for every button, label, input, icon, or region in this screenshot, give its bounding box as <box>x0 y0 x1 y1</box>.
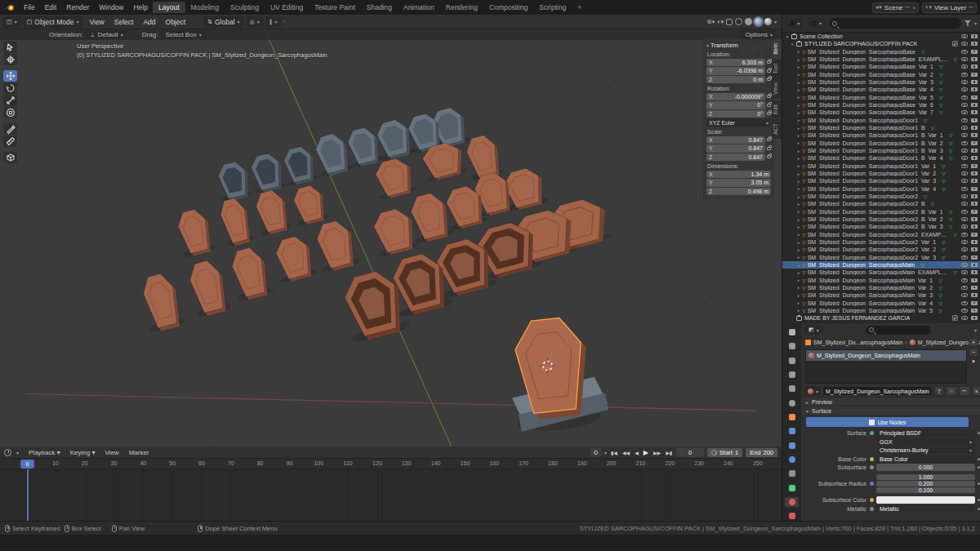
properties-tab-material[interactable] <box>785 497 799 507</box>
outliner-object-row[interactable]: ▸▽SM_Stylized_Dungeon_SarcophagusDoor1_V… <box>782 170 980 177</box>
hide-eye-icon[interactable] <box>961 133 968 137</box>
outliner-object-row[interactable]: ▸▽SM_Stylized_Dungeon_SarcophagusDoor2_V… <box>782 254 980 261</box>
outliner-object-row[interactable]: ▸▽SM_Stylized_Dungeon_SarcophagusDoor1_B… <box>782 154 980 162</box>
material-name-field[interactable]: M_Stylized_Dungeon_SarcophagusMain <box>822 386 933 396</box>
properties-tab-object[interactable] <box>785 412 799 422</box>
outliner-collection-pack[interactable]: ▾STYLIZED SARCOPHAGUS/COFFIN PACK✓ <box>782 40 980 47</box>
orientation-dropdown[interactable]: ⊥ Default ▾ <box>86 30 127 39</box>
radius-y-slider[interactable]: 0.200 <box>876 481 975 487</box>
hide-eye-icon[interactable] <box>961 316 968 320</box>
disable-render-icon[interactable] <box>971 133 978 137</box>
hide-eye-icon[interactable] <box>961 286 968 290</box>
shading-rendered-icon[interactable] <box>764 18 772 25</box>
workspace-tab-texture-paint[interactable]: Texture Paint <box>309 2 361 13</box>
move-tool[interactable] <box>3 70 17 82</box>
hide-eye-icon[interactable] <box>961 278 968 282</box>
hide-eye-icon[interactable] <box>961 34 968 38</box>
outliner-object-row[interactable]: ▸▽SM_Stylized_Dungeon_SarcophagusMain_Va… <box>782 284 980 291</box>
outliner-object-row[interactable]: ▸▽SM_Stylized_Dungeon_SarcophagusDoor2_E… <box>782 231 980 238</box>
outliner-object-row[interactable]: ▸▽SM_Stylized_Dungeon_SarcophagusBase_Va… <box>782 71 980 78</box>
outliner-object-row[interactable]: ▸▽SM_Stylized_Dungeon_SarcophagusMain_Va… <box>782 307 980 314</box>
collection-checkbox[interactable]: ✓ <box>952 315 958 321</box>
hide-eye-icon[interactable] <box>961 171 968 176</box>
scene-object-gbox[interactable] <box>343 125 384 169</box>
disable-render-icon[interactable] <box>971 64 978 69</box>
sidebar-tab-edit[interactable]: Edit <box>772 100 782 118</box>
cursor-tool[interactable] <box>3 54 17 65</box>
xray-toggle-icon[interactable] <box>726 19 733 25</box>
workspace-tab-scripting[interactable]: Scripting <box>533 2 572 13</box>
shading-solid-icon[interactable] <box>745 18 752 25</box>
outliner-object-row[interactable]: ▸▽SM_Stylized_Dungeon_SarcophagusDoor2_B… <box>782 200 980 207</box>
outliner-object-row[interactable]: ▸▽SM_Stylized_Dungeon_SarcophagusMain_Va… <box>782 277 980 284</box>
outliner-object-row[interactable]: ▸▽SM_Stylized_Dungeon_SarcophagusMain_Va… <box>782 299 980 306</box>
sidebar-tab-view[interactable]: View <box>772 78 782 99</box>
measure-tool[interactable] <box>3 136 17 147</box>
outliner-object-row[interactable]: ▸▽SM_Stylized_Dungeon_SarcophagusMain▽ <box>782 261 980 269</box>
viewport-scene[interactable] <box>0 29 782 447</box>
proportional-edit-icon[interactable]: ◦ <box>283 18 285 25</box>
disable-render-icon[interactable] <box>971 240 978 244</box>
rotation-y-field[interactable]: Y0° <box>706 101 765 109</box>
properties-options-icon[interactable]: ▾ <box>974 327 977 333</box>
dimensions-x-field[interactable]: X1.34 m <box>706 171 771 179</box>
disable-render-icon[interactable] <box>971 103 978 107</box>
material-slot-row[interactable]: M_Stylized_Dungeon_SarcophagusMain <box>806 350 966 361</box>
hide-eye-icon[interactable] <box>961 126 968 130</box>
sidebar-tab-item[interactable]: Item <box>772 39 782 59</box>
subsurface-color-swatch[interactable] <box>876 496 975 504</box>
disable-render-icon[interactable] <box>971 171 978 176</box>
timeline-menu-marker[interactable]: Marker <box>124 447 154 458</box>
menu-window[interactable]: Window <box>94 2 128 13</box>
disable-render-icon[interactable] <box>971 87 978 91</box>
scene-object-lid[interactable] <box>289 183 330 227</box>
outliner-object-row[interactable]: ▸▽SM_Stylized_Dungeon_SarcophagusDoor1_V… <box>782 185 980 193</box>
disable-render-icon[interactable] <box>971 316 978 320</box>
properties-tab-particles[interactable] <box>785 441 799 451</box>
scene-object-standing[interactable] <box>504 313 609 434</box>
use-nodes-button[interactable]: Use Nodes <box>806 417 969 427</box>
new-material-button[interactable]: ⎓ <box>959 386 970 396</box>
lock-icon[interactable] <box>767 104 771 107</box>
outliner-object-row[interactable]: ▸▽SM_Stylized_Dungeon_SarcophagusBase▽ <box>782 48 980 56</box>
disable-render-icon[interactable] <box>971 126 978 130</box>
disable-render-icon[interactable] <box>971 224 978 229</box>
scale-tool[interactable] <box>3 95 17 106</box>
disable-render-icon[interactable] <box>971 286 978 290</box>
disable-render-icon[interactable] <box>971 179 978 183</box>
hide-eye-icon[interactable] <box>961 224 968 229</box>
view-layer-selector[interactable]: ◐▾ View Layer ⎓ <box>922 2 977 13</box>
properties-tab-constraints[interactable] <box>785 469 799 478</box>
hide-eye-icon[interactable] <box>961 73 968 77</box>
scene-object-lid[interactable] <box>270 233 317 284</box>
scene-object-lid[interactable] <box>226 245 274 303</box>
rotation-x-field[interactable]: X-0.000009° <box>706 93 765 101</box>
lock-icon[interactable] <box>767 95 771 98</box>
dimensions-y-field[interactable]: Y3.05 m <box>706 179 771 187</box>
disable-render-icon[interactable] <box>971 34 978 38</box>
hide-eye-icon[interactable] <box>961 194 968 198</box>
hide-eye-icon[interactable] <box>961 233 968 237</box>
slot-specials-button[interactable]: ▾ <box>969 358 978 367</box>
outliner-object-row[interactable]: ▸▽SM_Stylized_Dungeon_SarcophagusDoor1_B… <box>782 124 980 131</box>
jump-to-start-button[interactable]: ▮◀ <box>610 450 618 455</box>
outliner-object-row[interactable]: ▸▽SM_Stylized_Dungeon_SarcophagusMain_Va… <box>782 291 980 299</box>
outliner-object-row[interactable]: ▸▽SM_Stylized_Dungeon_SarcophagusDoor2▽ <box>782 193 980 200</box>
blender-logo-icon[interactable] <box>4 3 16 12</box>
outliner-object-row[interactable]: ▸▽SM_Stylized_Dungeon_SarcophagusBase_Va… <box>782 86 980 93</box>
filter-dropdown-icon[interactable]: ▾ <box>974 20 977 26</box>
properties-search-input[interactable] <box>866 326 931 335</box>
radius-x-slider[interactable]: 1.000 <box>876 474 975 480</box>
scene-object-lid[interactable] <box>405 190 454 246</box>
scene-object-lid[interactable] <box>173 207 216 259</box>
outliner-editor-type-button[interactable]: ☰▾ <box>786 18 804 29</box>
base-color-field[interactable]: Base Color <box>876 455 975 463</box>
scene-selector[interactable]: ●▾ Scene ⎓ × <box>872 2 919 13</box>
outliner-object-row[interactable]: ▸▽SM_Stylized_Dungeon_SarcophagusDoor2_V… <box>782 238 980 246</box>
workspace-tab-shading[interactable]: Shading <box>361 2 398 13</box>
hide-eye-icon[interactable] <box>961 270 968 274</box>
disable-render-icon[interactable] <box>971 217 978 221</box>
lock-icon[interactable] <box>767 138 771 141</box>
disable-render-icon[interactable] <box>971 42 978 46</box>
menu-render[interactable]: Render <box>61 2 94 13</box>
